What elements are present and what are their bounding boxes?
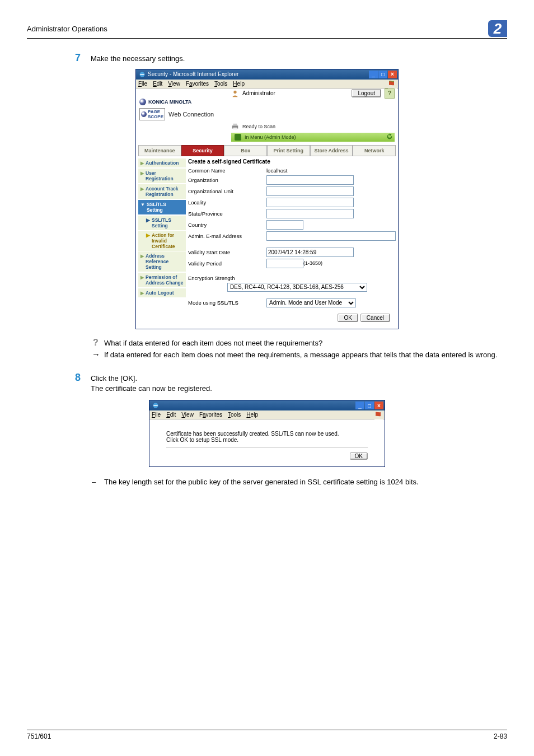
question-text: What if data entered for each item does …	[104, 338, 322, 349]
locality-label: Locality	[188, 199, 266, 206]
ie-icon-2	[152, 402, 159, 409]
admin-label: Administrator	[242, 90, 275, 96]
svg-rect-4	[233, 124, 237, 126]
mode-ssl-label: Mode using SSL/TLS	[188, 300, 266, 306]
sidebar-auto-logout[interactable]: ▶Auto Logout	[138, 288, 186, 298]
cancel-button[interactable]: Cancel	[360, 314, 390, 322]
pagescope-badge: PAGESCOPE	[139, 108, 165, 120]
org-unit-input[interactable]	[266, 186, 354, 196]
svg-point-2	[233, 91, 236, 94]
admin-email-input[interactable]	[266, 231, 396, 241]
brand-logo: KONICA MINOLTA	[139, 99, 191, 105]
printer-icon	[231, 123, 239, 130]
sidebar-ssl-tls-sub[interactable]: ▶SSL/TLS Setting	[138, 216, 186, 230]
note-bullet: –	[92, 477, 97, 488]
question-icon: ?	[92, 338, 100, 349]
sidebar-user-registration[interactable]: ▶User Registration	[138, 169, 186, 184]
menu-view-2[interactable]: View	[181, 412, 194, 418]
menu-help-2[interactable]: Help	[246, 412, 258, 418]
common-name-value: localhost	[266, 167, 288, 174]
ready-status: Ready to Scan	[242, 124, 275, 129]
window-max-button[interactable]: □	[378, 71, 387, 78]
menu-bar: File Edit View Favorites Tools Help	[136, 80, 398, 88]
ie-icon	[139, 71, 146, 78]
menu-view[interactable]: View	[168, 81, 180, 87]
menu-file[interactable]: File	[138, 81, 147, 87]
encryption-strength-label: Encryption Strength	[188, 275, 266, 281]
menu-file-2[interactable]: File	[152, 412, 161, 418]
chapter-badge: 2	[488, 20, 507, 37]
admin-email-label: Admin. E-mail Address	[188, 233, 266, 239]
step-8-number: 8	[71, 372, 81, 395]
footer-left: 751/601	[27, 732, 51, 740]
country-input[interactable]	[266, 220, 303, 230]
refresh-icon[interactable]	[386, 133, 394, 142]
sidebar-ssl-tls[interactable]: ▼SSL/TLS Setting	[138, 200, 186, 215]
logout-button[interactable]: Logout	[352, 89, 381, 97]
step-8-line2: The certificate can now be registered.	[91, 384, 507, 394]
tab-network[interactable]: Network	[353, 145, 396, 156]
validity-period-input[interactable]	[266, 259, 303, 268]
sidebar-perm-addr-change[interactable]: ▶Permission of Address Change	[138, 273, 186, 288]
cert-success-msg1: Certificate has been successfully create…	[166, 431, 368, 437]
menu-edit-2[interactable]: Edit	[166, 412, 176, 418]
tab-security[interactable]: Security	[181, 145, 224, 156]
step-7-text: Make the necessary settings.	[91, 52, 507, 64]
locality-input[interactable]	[266, 198, 354, 207]
window-title: Security - Microsoft Internet Explorer	[148, 71, 369, 77]
validity-period-range: (1-3650)	[303, 260, 322, 266]
mode-bar: In Menu (Admin Mode)	[231, 133, 395, 142]
web-connection-label: Web Connection	[168, 111, 214, 118]
footer-right: 2-83	[494, 732, 507, 740]
admin-icon	[231, 90, 239, 97]
window-min-button[interactable]: _	[369, 71, 378, 78]
encryption-strength-select[interactable]: DES, RC4-40, RC4-128, 3DES-168, AES-256	[227, 283, 367, 292]
tab-print[interactable]: Print Setting	[267, 145, 310, 156]
window-close-button[interactable]: ×	[388, 71, 397, 78]
svg-rect-5	[233, 128, 237, 130]
sidebar-account-track[interactable]: ▶Account Track Registration	[138, 184, 186, 199]
ie-flag-icon-2	[374, 410, 383, 419]
mode-icon	[235, 134, 241, 141]
window2-close-button[interactable]: ×	[374, 402, 383, 409]
organization-input[interactable]	[266, 175, 354, 185]
note-text: The key length set for the public key of…	[104, 477, 419, 488]
sidebar-action-invalid-cert[interactable]: ▶Action for Invalid Certificate	[138, 231, 186, 251]
validity-start-label: Validity Start Date	[188, 249, 266, 255]
tab-maintenance[interactable]: Maintenance	[138, 145, 181, 156]
menu-favorites[interactable]: Favorites	[186, 81, 209, 87]
menu-tools[interactable]: Tools	[214, 81, 227, 87]
menu-help[interactable]: Help	[233, 81, 245, 87]
menu-tools-2[interactable]: Tools	[228, 412, 241, 418]
organization-label: Organization	[188, 177, 266, 183]
ok-button[interactable]: OK	[338, 314, 358, 322]
validity-period-label: Validity Period	[188, 260, 266, 267]
ok-button-2[interactable]: OK	[350, 452, 368, 460]
window2-max-button[interactable]: □	[365, 402, 374, 409]
window2-min-button[interactable]: _	[355, 402, 364, 409]
ie-flag-icon	[388, 80, 397, 88]
tab-box[interactable]: Box	[224, 145, 267, 156]
sidebar-address-ref[interactable]: ▶Address Reference Setting	[138, 251, 186, 272]
step-7-number: 7	[71, 52, 81, 64]
menu-edit[interactable]: Edit	[153, 81, 162, 87]
org-unit-label: Organizational Unit	[188, 188, 266, 194]
state-input[interactable]	[266, 209, 354, 218]
common-name-label: Common Name	[188, 167, 266, 174]
tab-store[interactable]: Store Address	[310, 145, 353, 156]
answer-text: If data entered for each item does not m…	[104, 350, 497, 361]
brand-icon	[139, 99, 146, 105]
answer-icon: →	[92, 350, 100, 361]
menu-bar-2: File Edit View Favorites Tools Help	[149, 410, 385, 419]
state-label: State/Province	[188, 211, 266, 217]
mode-ssl-select[interactable]: Admin. Mode and User Mode	[266, 298, 356, 307]
sidebar-authentication[interactable]: ▶Authentication	[138, 158, 186, 168]
window-titlebar: Security - Microsoft Internet Explorer _…	[136, 69, 398, 80]
step-8-line1: Click the [OK].	[91, 374, 507, 384]
menu-favorites-2[interactable]: Favorites	[199, 412, 222, 418]
validity-start-input[interactable]	[266, 248, 354, 257]
window2-titlebar: _ □ ×	[149, 400, 385, 410]
help-button[interactable]: ?	[385, 88, 395, 99]
cert-success-msg2: Click OK to setup SSL mode.	[166, 437, 368, 443]
country-label: Country	[188, 222, 266, 228]
